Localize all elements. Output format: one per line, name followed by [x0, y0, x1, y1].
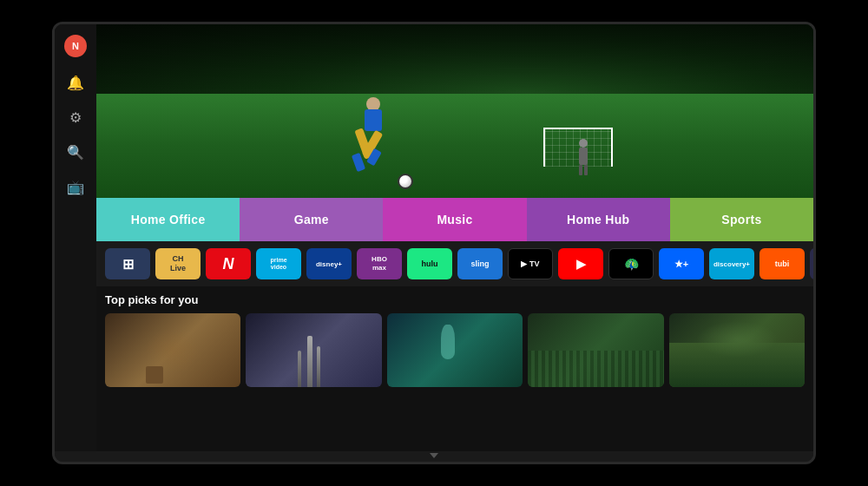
pick-item-4[interactable] — [528, 313, 663, 387]
goalkeeper — [575, 139, 591, 170]
pick-thumb-3 — [387, 313, 523, 387]
notifications-icon[interactable]: 🔔 — [66, 73, 85, 92]
app-icon-sling[interactable]: sling — [457, 248, 503, 279]
section-title: Top picks for you — [105, 293, 805, 306]
app-icon-more[interactable]: ⦿ — [810, 248, 813, 279]
tv-brand-logo — [421, 451, 447, 462]
tv-stand — [55, 451, 813, 462]
app-icon-channels[interactable]: CHLive — [155, 248, 201, 279]
user-avatar[interactable]: N — [64, 35, 87, 57]
soccer-player — [347, 97, 399, 184]
app-icon-discovery[interactable]: discovery+ — [709, 248, 754, 279]
tab-game[interactable]: Game — [240, 198, 383, 241]
top-picks-section: Top picks for you — [96, 286, 813, 451]
search-icon[interactable]: 🔍 — [66, 142, 85, 161]
app-row: ⊞ CHLive N primevideo disney+ HBOmax — [96, 241, 813, 286]
pick-thumb-5 — [669, 313, 805, 387]
soccer-ball — [398, 174, 413, 189]
hero-banner — [96, 24, 813, 198]
tv-frame: N 🔔 ⚙ 🔍 📺 — [52, 22, 816, 464]
app-icon-netflix[interactable]: N — [206, 248, 251, 279]
pick-thumb-1 — [105, 313, 240, 387]
hero-overlay — [96, 24, 813, 94]
app-icon-hbo[interactable]: HBOmax — [357, 248, 402, 279]
app-icon-appletv[interactable]: ▶ TV — [508, 248, 553, 279]
tab-sports[interactable]: Sports — [670, 198, 813, 241]
main-content: Home Office Game Music Home Hub Sports — [96, 24, 813, 451]
tv-guide-icon[interactable]: 📺 — [66, 177, 85, 196]
field-grass — [96, 94, 813, 198]
category-tabs: Home Office Game Music Home Hub Sports — [96, 198, 813, 241]
app-icon-apps[interactable]: ⊞ — [105, 248, 150, 279]
pick-item-3[interactable] — [387, 313, 523, 387]
pick-item-2[interactable] — [246, 313, 381, 387]
picks-grid — [105, 313, 805, 387]
settings-icon[interactable]: ⚙ — [66, 108, 85, 127]
sidebar: N 🔔 ⚙ 🔍 📺 — [55, 24, 96, 451]
hero-background — [96, 24, 813, 198]
app-icon-youtube[interactable]: ▶ — [558, 248, 603, 279]
app-icon-peacock[interactable]: 🦚 — [608, 248, 654, 279]
tab-home-office[interactable]: Home Office — [96, 198, 240, 241]
app-icon-disney[interactable]: disney+ — [306, 248, 352, 279]
app-icon-prime[interactable]: primevideo — [256, 248, 301, 279]
pick-thumb-4 — [528, 313, 663, 387]
tab-home-hub[interactable]: Home Hub — [527, 198, 670, 241]
tv-screen: N 🔔 ⚙ 🔍 📺 — [55, 24, 813, 451]
tab-music[interactable]: Music — [383, 198, 526, 241]
app-icon-tubi[interactable]: tubi — [760, 248, 805, 279]
pick-thumb-2 — [246, 313, 381, 387]
pick-item-1[interactable] — [105, 313, 240, 387]
app-icon-hulu[interactable]: hulu — [407, 248, 452, 279]
app-icon-paramount[interactable]: ★+ — [659, 248, 704, 279]
pick-item-5[interactable] — [669, 313, 805, 387]
